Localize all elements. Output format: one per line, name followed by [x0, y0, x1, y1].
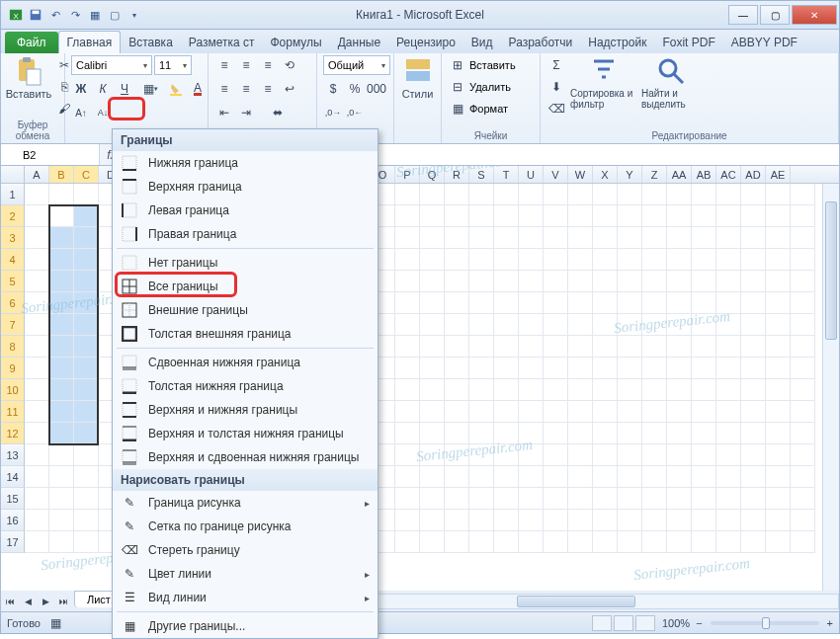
cell[interactable] — [469, 205, 494, 227]
cell[interactable] — [667, 510, 692, 531]
cell[interactable] — [791, 401, 815, 423]
cell[interactable] — [469, 358, 494, 379]
cell[interactable] — [445, 444, 469, 466]
cell[interactable] — [642, 227, 667, 249]
cell[interactable] — [593, 488, 618, 510]
underline-button[interactable]: Ч — [115, 79, 134, 99]
cell[interactable] — [692, 423, 716, 444]
cell[interactable] — [716, 205, 741, 227]
cell[interactable] — [766, 292, 791, 314]
cell[interactable] — [395, 488, 420, 510]
cell[interactable] — [667, 531, 692, 553]
cell[interactable] — [544, 510, 568, 531]
cell[interactable] — [618, 292, 642, 314]
cell[interactable] — [49, 314, 74, 336]
cell[interactable] — [445, 205, 469, 227]
cell[interactable] — [766, 531, 791, 553]
cell[interactable] — [519, 488, 544, 510]
cell[interactable] — [395, 314, 420, 336]
cell[interactable] — [445, 379, 469, 401]
zoom-level[interactable]: 100% — [662, 617, 690, 629]
row-header[interactable]: 13 — [1, 444, 25, 466]
cell[interactable] — [692, 336, 716, 358]
cell[interactable] — [667, 401, 692, 423]
cell[interactable] — [667, 466, 692, 488]
tab-home[interactable]: Главная — [58, 31, 122, 53]
save-icon[interactable] — [27, 6, 44, 24]
cell[interactable] — [49, 292, 74, 314]
cell[interactable] — [716, 423, 741, 444]
cell[interactable] — [667, 314, 692, 336]
cell[interactable] — [568, 379, 593, 401]
fill-color-button[interactable] — [166, 79, 186, 99]
cell[interactable] — [420, 488, 445, 510]
col-header[interactable]: A — [25, 166, 49, 183]
cell[interactable] — [544, 488, 568, 510]
cell[interactable] — [25, 336, 49, 358]
cell[interactable] — [593, 510, 618, 531]
cell[interactable] — [395, 249, 420, 271]
cell[interactable] — [741, 292, 766, 314]
cell[interactable] — [618, 466, 642, 488]
cell[interactable] — [642, 314, 667, 336]
cell[interactable] — [49, 401, 74, 423]
cell[interactable] — [519, 336, 544, 358]
cell[interactable] — [667, 423, 692, 444]
draw-grid-item[interactable]: ✎Сетка по границе рисунка — [113, 515, 378, 538]
cell[interactable] — [49, 336, 74, 358]
cell[interactable] — [642, 205, 667, 227]
cell[interactable] — [667, 336, 692, 358]
cell[interactable] — [791, 249, 815, 271]
cell[interactable] — [618, 205, 642, 227]
row-header[interactable]: 4 — [1, 249, 25, 271]
cell[interactable] — [420, 379, 445, 401]
more-borders-item[interactable]: ▦Другие границы... — [113, 614, 378, 638]
cell[interactable] — [469, 488, 494, 510]
cell[interactable] — [692, 292, 716, 314]
tab-abbyy[interactable]: ABBYY PDF — [723, 32, 805, 53]
cell[interactable] — [716, 510, 741, 531]
cell[interactable] — [716, 314, 741, 336]
cell[interactable] — [395, 510, 420, 531]
cell[interactable] — [519, 423, 544, 444]
cell[interactable] — [667, 249, 692, 271]
cell[interactable] — [791, 531, 815, 553]
cell[interactable] — [642, 510, 667, 531]
cell[interactable] — [593, 358, 618, 379]
cell[interactable] — [74, 423, 99, 444]
cell[interactable] — [395, 358, 420, 379]
row-header[interactable]: 3 — [1, 227, 25, 249]
cell[interactable] — [25, 358, 49, 379]
cell[interactable] — [420, 314, 445, 336]
cell[interactable] — [420, 423, 445, 444]
cell[interactable] — [568, 249, 593, 271]
minimize-button[interactable]: — — [728, 5, 758, 25]
tab-formulas[interactable]: Формулы — [263, 32, 330, 53]
cell[interactable] — [593, 249, 618, 271]
file-tab[interactable]: Файл — [5, 32, 58, 53]
cell[interactable] — [74, 292, 99, 314]
cell[interactable] — [667, 271, 692, 292]
cell[interactable] — [395, 531, 420, 553]
cell[interactable] — [618, 184, 642, 205]
cell[interactable] — [544, 336, 568, 358]
cell[interactable] — [519, 227, 544, 249]
cell[interactable] — [519, 358, 544, 379]
cell[interactable] — [568, 205, 593, 227]
cell[interactable] — [544, 531, 568, 553]
cell[interactable] — [519, 314, 544, 336]
cell[interactable] — [469, 227, 494, 249]
cell[interactable] — [791, 444, 815, 466]
row-header[interactable]: 15 — [1, 488, 25, 510]
row-header[interactable]: 17 — [1, 531, 25, 553]
cell[interactable] — [642, 401, 667, 423]
tab-layout[interactable]: Разметка ст — [181, 32, 263, 53]
align-center-icon[interactable]: ≡ — [236, 79, 256, 99]
cell[interactable] — [494, 271, 519, 292]
cell[interactable] — [741, 531, 766, 553]
col-header[interactable]: R — [445, 166, 469, 183]
tab-data[interactable]: Данные — [330, 32, 388, 53]
cell[interactable] — [618, 379, 642, 401]
cell[interactable] — [420, 205, 445, 227]
col-header[interactable]: C — [74, 166, 99, 183]
